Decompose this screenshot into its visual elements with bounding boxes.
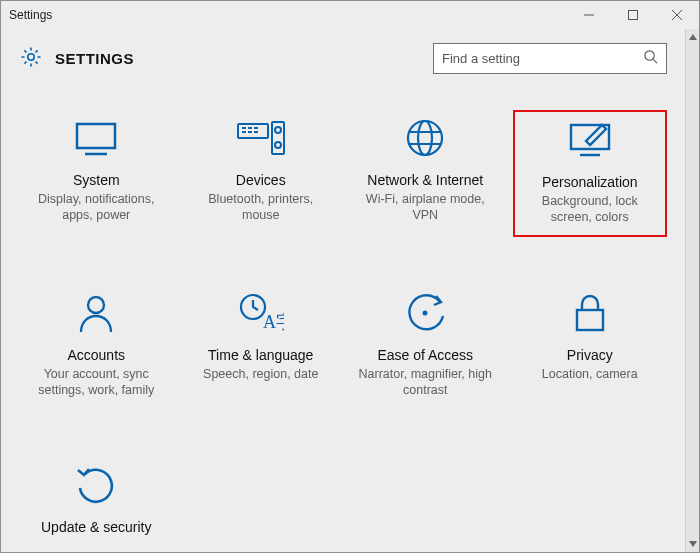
category-accounts[interactable]: Accounts Your account, sync settings, wo…	[19, 285, 174, 408]
globe-icon	[404, 114, 446, 162]
content-area: SETTINGS	[1, 29, 685, 552]
category-network[interactable]: Network & Internet Wi-Fi, airplane mode,…	[348, 110, 503, 237]
devices-icon	[236, 114, 286, 162]
category-update-security[interactable]: Update & security	[19, 457, 174, 549]
category-title: Accounts	[67, 347, 125, 363]
search-box[interactable]	[433, 43, 667, 74]
maximize-button[interactable]	[611, 1, 655, 29]
category-title: Update & security	[41, 519, 152, 535]
personalization-icon	[566, 116, 614, 164]
category-subtitle: Wi-Fi, airplane mode, VPN	[352, 192, 499, 223]
category-devices[interactable]: Devices Bluetooth, printers, mouse	[184, 110, 339, 237]
category-grid: System Display, notifications, apps, pow…	[19, 110, 667, 549]
category-title: Personalization	[542, 174, 638, 190]
page-title: SETTINGS	[55, 50, 134, 67]
svg-point-14	[423, 311, 428, 316]
category-subtitle: Speech, region, date	[199, 367, 322, 383]
vertical-scrollbar[interactable]	[685, 29, 699, 552]
category-title: Devices	[236, 172, 286, 188]
window-body: SETTINGS	[1, 29, 699, 552]
svg-point-6	[275, 127, 281, 133]
category-subtitle: Bluetooth, printers, mouse	[188, 192, 335, 223]
gear-icon	[19, 45, 43, 73]
ease-of-access-icon	[404, 289, 446, 337]
header-row: SETTINGS	[19, 43, 667, 74]
svg-point-8	[408, 121, 442, 155]
window-title: Settings	[9, 8, 52, 22]
scroll-up-arrow[interactable]	[686, 29, 699, 45]
category-personalization[interactable]: Personalization Background, lock screen,…	[513, 110, 668, 237]
header-left: SETTINGS	[19, 45, 134, 73]
category-title: Ease of Access	[377, 347, 473, 363]
person-icon	[76, 289, 116, 337]
svg-rect-0	[629, 11, 638, 20]
svg-point-2	[645, 51, 654, 60]
time-language-icon: A字	[238, 289, 284, 337]
category-title: Time & language	[208, 347, 313, 363]
category-title: Network & Internet	[367, 172, 483, 188]
svg-text:A字: A字	[263, 312, 284, 332]
svg-point-1	[28, 53, 34, 59]
titlebar: Settings	[1, 1, 699, 29]
category-system[interactable]: System Display, notifications, apps, pow…	[19, 110, 174, 237]
category-subtitle: Location, camera	[538, 367, 642, 383]
svg-point-9	[418, 121, 432, 155]
category-privacy[interactable]: Privacy Location, camera	[513, 285, 668, 408]
lock-icon	[572, 289, 608, 337]
svg-point-7	[275, 142, 281, 148]
svg-rect-3	[77, 124, 115, 148]
category-title: Privacy	[567, 347, 613, 363]
svg-point-11	[88, 297, 104, 313]
category-ease-of-access[interactable]: Ease of Access Narrator, magnifier, high…	[348, 285, 503, 408]
search-icon	[643, 49, 658, 68]
window-controls	[567, 1, 699, 29]
category-subtitle: Your account, sync settings, work, famil…	[23, 367, 170, 398]
update-icon	[75, 461, 117, 509]
settings-window: Settings	[0, 0, 700, 553]
display-icon	[73, 114, 119, 162]
scroll-track[interactable]	[686, 45, 699, 536]
category-subtitle: Background, lock screen, colors	[519, 194, 662, 225]
minimize-button[interactable]	[567, 1, 611, 29]
category-subtitle: Display, notifications, apps, power	[23, 192, 170, 223]
category-title: System	[73, 172, 120, 188]
search-input[interactable]	[442, 51, 643, 66]
scroll-down-arrow[interactable]	[686, 536, 699, 552]
close-button[interactable]	[655, 1, 699, 29]
category-time-language[interactable]: A字 Time & language Speech, region, date	[184, 285, 339, 408]
category-subtitle: Narrator, magnifier, high contrast	[352, 367, 499, 398]
svg-rect-15	[577, 310, 603, 330]
